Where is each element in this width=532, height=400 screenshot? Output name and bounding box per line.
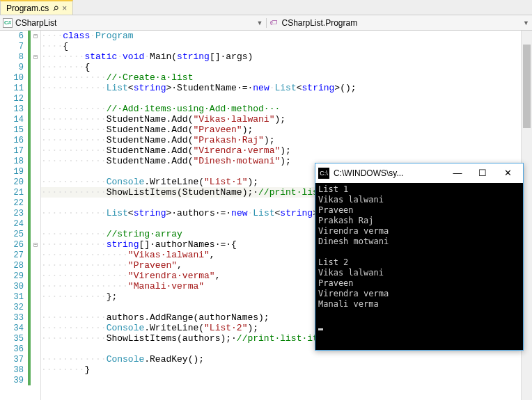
gutter-row: 28 [0, 260, 40, 271]
console-title: C:\WINDOWS\sy... [334, 168, 445, 178]
code-line[interactable]: ············//·Create·a·list [41, 72, 532, 83]
change-bar [28, 323, 31, 333]
change-bar [28, 375, 31, 385]
code-line[interactable] [41, 375, 532, 385]
change-bar [28, 354, 31, 365]
fold-toggle[interactable]: ⊟ [31, 53, 40, 61]
class-icon: 🏷 [269, 18, 279, 28]
line-number: 21 [0, 188, 28, 198]
line-number: 13 [0, 104, 28, 114]
change-bar [28, 166, 31, 177]
change-bar [28, 72, 31, 83]
change-bar [28, 291, 31, 302]
line-number: 9 [0, 63, 28, 72]
line-number: 32 [0, 303, 28, 312]
change-bar [28, 104, 31, 114]
line-number: 17 [0, 146, 28, 156]
change-bar [28, 83, 31, 93]
code-line[interactable]: ············//·Add·items·using·Add·metho… [41, 104, 532, 114]
minimize-button[interactable]: — [445, 166, 470, 181]
line-number: 24 [0, 219, 28, 229]
gutter-row: 21 [0, 187, 40, 198]
cursor [318, 328, 323, 330]
code-line[interactable]: ············StudentName.Add("Prakash·Raj… [41, 135, 532, 145]
scrollbar-thumb[interactable] [523, 45, 531, 128]
code-line[interactable]: ········} [41, 365, 532, 375]
nav-member-dropdown[interactable]: 🏷 CSharpList.Program ▼ [266, 18, 533, 28]
change-bar [28, 93, 31, 104]
gutter-row: 15 [0, 125, 40, 135]
line-number: 22 [0, 198, 28, 208]
change-bar [28, 229, 31, 239]
line-number: 7 [0, 42, 28, 51]
code-line[interactable]: ············StudentName.Add("Praveen"); [41, 125, 532, 135]
line-number: 20 [0, 177, 28, 187]
gutter-row: 16 [0, 135, 40, 145]
code-line[interactable]: ····{ [41, 41, 532, 51]
line-number: 35 [0, 334, 28, 344]
line-number: 31 [0, 292, 28, 302]
gutter-row: 17 [0, 145, 40, 156]
console-line: Virendra verma [318, 289, 520, 299]
change-bar [28, 271, 31, 281]
code-line[interactable]: ····class·Program [41, 31, 532, 41]
line-number: 38 [0, 365, 28, 375]
change-bar [28, 177, 31, 187]
line-number: 14 [0, 115, 28, 125]
nav-member-label: CSharpList.Program [282, 18, 358, 28]
console-line: Praveen [318, 205, 520, 216]
maximize-button[interactable]: ☐ [470, 166, 495, 181]
console-line [318, 247, 520, 257]
line-number: 27 [0, 250, 28, 260]
navigation-bar: C# CSharpList ▼ 🏷 CSharpList.Program ▼ [0, 15, 532, 31]
fold-toggle[interactable]: ⊟ [31, 241, 40, 249]
fold-toggle[interactable]: ⊟ [31, 32, 40, 40]
gutter-row: 8⊟ [0, 51, 40, 62]
line-number: 25 [0, 230, 28, 239]
console-titlebar[interactable]: C:\ C:\WINDOWS\sy... — ☐ ✕ [315, 163, 523, 183]
console-line: List 1 [318, 184, 520, 195]
chevron-down-icon: ▼ [523, 19, 529, 26]
gutter-row: 19 [0, 166, 40, 177]
code-line[interactable] [41, 93, 532, 104]
change-bar [28, 250, 31, 260]
change-bar [28, 312, 31, 323]
line-number: 30 [0, 282, 28, 291]
line-number: 36 [0, 344, 28, 354]
code-line[interactable]: ············List<string>·StudentName·=·n… [41, 83, 532, 93]
line-number: 34 [0, 323, 28, 333]
change-bar [28, 218, 31, 229]
line-number: 37 [0, 355, 28, 365]
close-button[interactable]: ✕ [495, 166, 520, 181]
code-line[interactable]: ········static·void·Main(string[]·args) [41, 51, 532, 62]
gutter-row: 10 [0, 72, 40, 83]
console-line: Praveen [318, 278, 520, 289]
code-line[interactable]: ············StudentName.Add("Virendra·ve… [41, 145, 532, 156]
change-bar [28, 125, 31, 135]
gutter-row: 32 [0, 302, 40, 312]
change-bar [28, 198, 31, 208]
code-line[interactable]: ············Console.ReadKey(); [41, 354, 532, 365]
change-bar [28, 156, 31, 166]
gutter-row: 30 [0, 281, 40, 291]
nav-scope-dropdown[interactable]: C# CSharpList ▼ [0, 18, 266, 28]
line-number: 29 [0, 271, 28, 281]
gutter-row: 38 [0, 365, 40, 375]
console-output: List 1Vikas lalwaniPraveenPrakash RajVir… [315, 183, 523, 350]
gutter-row: 35 [0, 333, 40, 344]
change-bar [28, 41, 31, 51]
change-bar [28, 365, 31, 375]
gutter-row: 23 [0, 208, 40, 218]
line-number: 15 [0, 125, 28, 135]
pin-icon[interactable]: ⚲ [51, 3, 60, 13]
code-line[interactable]: ············StudentName.Add("Vikas·lalwa… [41, 114, 532, 125]
line-number: 39 [0, 376, 28, 385]
line-number: 28 [0, 261, 28, 271]
file-tab-program[interactable]: Program.cs ⚲ × [0, 0, 73, 15]
line-number: 12 [0, 94, 28, 104]
close-icon[interactable]: × [62, 3, 67, 13]
change-bar [28, 302, 31, 312]
gutter-row: 20 [0, 177, 40, 187]
code-line[interactable]: ········{ [41, 62, 532, 72]
line-number: 33 [0, 313, 28, 323]
